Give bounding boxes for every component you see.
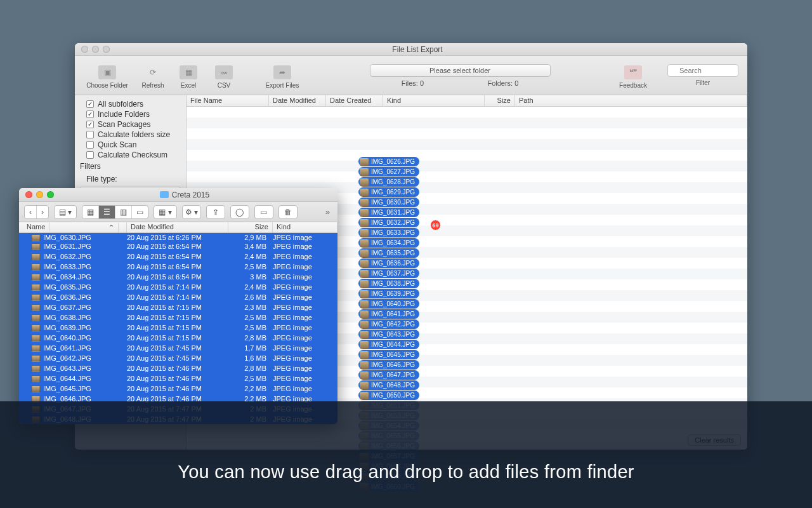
checkbox-icon[interactable] [86, 151, 94, 159]
sidebar-option[interactable]: Scan Packages [75, 119, 186, 130]
file-name: IMG_0634.JPG [43, 273, 91, 281]
select-folder-bar[interactable]: Please select folder [370, 64, 551, 77]
finder-col-kind[interactable]: Kind [273, 222, 337, 232]
file-type-label: File type: [75, 173, 186, 185]
file-date: 20 Aug 2015 at 6:54 PM [127, 263, 228, 271]
file-name: IMG_0644.JPG [43, 375, 91, 382]
finder-row[interactable]: IMG_0643.JPG20 Aug 2015 at 7:46 PM2,8 MB… [19, 363, 337, 373]
file-thumb-icon [360, 199, 369, 206]
titlebar[interactable]: File List Export [75, 43, 747, 56]
file-name: IMG_0637.JPG [43, 304, 91, 311]
tags-button[interactable]: ◯ [230, 205, 249, 219]
drag-file-name: IMG_0630.JPG [371, 199, 415, 206]
new-folder-button[interactable]: ▭ [254, 205, 273, 219]
csv-button[interactable]: csv CSV [208, 62, 240, 89]
share-button[interactable]: ⇪ [206, 205, 225, 219]
file-thumb-icon [360, 321, 369, 328]
file-thumb-icon [360, 209, 369, 217]
col-file-name[interactable]: File Name [187, 95, 269, 106]
col-kind[interactable]: Kind [383, 95, 485, 106]
file-kind: JPEG image [273, 234, 337, 241]
export-files-button[interactable]: ➦ Export Files [256, 62, 308, 89]
sidebar-option[interactable]: Quick Scan [75, 140, 186, 150]
trash-button[interactable]: 🗑 [278, 205, 298, 219]
drag-file-name: IMG_0647.JPG [371, 371, 415, 378]
finder-row[interactable]: IMG_0637.JPG20 Aug 2015 at 7:15 PM2,3 MB… [19, 302, 337, 312]
gear-icon: ⚙ ▾ [185, 208, 198, 217]
feedback-button[interactable]: ❝❞ Feedback [612, 62, 655, 89]
file-thumb-icon [360, 392, 369, 399]
drag-ghost-item: IMG_0631.JPG [358, 208, 419, 217]
drag-file-name: IMG_0640.JPG [371, 300, 415, 307]
drag-ghost-item: IMG_0648.JPG [358, 380, 419, 390]
finder-row[interactable]: IMG_0644.JPG20 Aug 2015 at 7:46 PM2,5 MB… [19, 373, 337, 384]
csv-icon: csv [215, 65, 233, 79]
finder-row[interactable]: IMG_0631.JPG20 Aug 2015 at 6:54 PM3,4 MB… [19, 241, 337, 251]
arrange-picker[interactable]: ▦ ▾ [154, 205, 176, 219]
finder-row[interactable]: IMG_0636.JPG20 Aug 2015 at 7:14 PM2,6 MB… [19, 292, 337, 302]
file-size: 3 MB [228, 273, 273, 281]
sidebar-option-label: Scan Packages [98, 120, 150, 129]
overflow-icon[interactable]: » [325, 207, 332, 217]
sidebar-option[interactable]: Include Folders [75, 109, 186, 119]
drag-file-name: IMG_0628.JPG [371, 178, 415, 185]
view-mode-switch[interactable]: ▦ ☰ ▥ ▭ [82, 205, 148, 219]
col-date-modified[interactable]: Date Modified [269, 95, 326, 106]
folder-icon: ▭ [260, 208, 267, 217]
nav-back-forward[interactable]: ‹› [24, 205, 49, 219]
sidebar-option[interactable]: All subfolders [75, 99, 186, 109]
file-thumb-icon [360, 260, 369, 267]
finder-row[interactable]: IMG_0633.JPG20 Aug 2015 at 6:54 PM2,5 MB… [19, 262, 337, 272]
col-size[interactable]: Size [485, 95, 515, 106]
drag-file-name: IMG_0638.JPG [371, 280, 415, 287]
file-thumb-icon [32, 314, 40, 321]
finder-row[interactable]: IMG_0642.JPG20 Aug 2015 at 7:45 PM1,6 MB… [19, 353, 337, 363]
file-size: 2,2 MB [228, 385, 273, 392]
finder-row[interactable]: IMG_0635.JPG20 Aug 2015 at 7:14 PM2,4 MB… [19, 282, 337, 292]
drag-ghost-item: IMG_0645.JPG [358, 350, 419, 359]
sidebar-option[interactable]: Calculate folders size [75, 130, 186, 140]
finder-row[interactable]: IMG_0645.JPG20 Aug 2015 at 7:46 PM2,2 MB… [19, 384, 337, 394]
checkbox-icon[interactable] [86, 110, 94, 118]
grid-icon: ▦ ▾ [154, 206, 176, 218]
excel-button[interactable]: ▦ Excel [173, 62, 204, 89]
finder-row[interactable]: IMG_0638.JPG20 Aug 2015 at 7:15 PM2,5 MB… [19, 312, 337, 323]
finder-row[interactable]: IMG_0634.JPG20 Aug 2015 at 6:54 PM3 MBJP… [19, 272, 337, 282]
col-date-created[interactable]: Date Created [326, 95, 383, 106]
back-icon: ‹ [25, 206, 37, 218]
finder-file-list[interactable]: IMG_0630.JPG20 Aug 2015 at 6:26 PM2,9 MB… [19, 233, 337, 424]
folder-icon: ▣ [98, 65, 116, 79]
drag-file-name: IMG_0644.JPG [371, 341, 415, 348]
col-path[interactable]: Path [515, 95, 747, 106]
finder-row[interactable]: IMG_0640.JPG20 Aug 2015 at 7:15 PM2,8 MB… [19, 333, 337, 343]
file-date: 20 Aug 2015 at 6:26 PM [127, 234, 228, 241]
finder-titlebar[interactable]: Creta 2015 [19, 188, 337, 202]
drag-file-name: IMG_0635.JPG [371, 250, 415, 257]
checkbox-icon[interactable] [86, 141, 94, 149]
action-menu[interactable]: ⚙ ▾ [182, 205, 201, 219]
finder-col-name[interactable]: Name ⌃ [19, 222, 127, 232]
checkbox-icon[interactable] [86, 131, 94, 138]
choose-folder-button[interactable]: ▣ Choose Folder [81, 62, 133, 89]
file-name: IMG_0642.JPG [43, 354, 91, 362]
checkbox-icon[interactable] [86, 121, 94, 128]
refresh-button[interactable]: ⟳ Refresh [137, 62, 169, 89]
file-thumb-icon [360, 311, 369, 318]
finder-row[interactable]: IMG_0630.JPG20 Aug 2015 at 6:26 PM2,9 MB… [19, 233, 337, 241]
sidebar-option[interactable]: Calculate Checksum [75, 150, 186, 160]
checkbox-icon[interactable] [86, 100, 94, 108]
file-size: 3,4 MB [228, 243, 273, 250]
sidebar-toggle[interactable]: ▤ ▾ [54, 205, 77, 219]
file-size: 2,8 MB [228, 334, 273, 342]
finder-row[interactable]: IMG_0639.JPG20 Aug 2015 at 7:15 PM2,5 MB… [19, 323, 337, 333]
finder-col-size[interactable]: Size [228, 222, 273, 232]
search-input[interactable] [667, 64, 738, 77]
file-kind: JPEG image [273, 375, 337, 382]
finder-col-date[interactable]: Date Modified [127, 222, 228, 232]
file-date: 20 Aug 2015 at 7:45 PM [127, 344, 228, 352]
finder-row[interactable]: IMG_0641.JPG20 Aug 2015 at 7:45 PM1,7 MB… [19, 343, 337, 353]
files-count: Files: 0 [402, 79, 424, 87]
sidebar-icon: ▤ ▾ [55, 206, 76, 218]
drag-ghost-item: IMG_0643.JPG [358, 330, 419, 339]
finder-row[interactable]: IMG_0632.JPG20 Aug 2015 at 6:54 PM2,4 MB… [19, 251, 337, 262]
